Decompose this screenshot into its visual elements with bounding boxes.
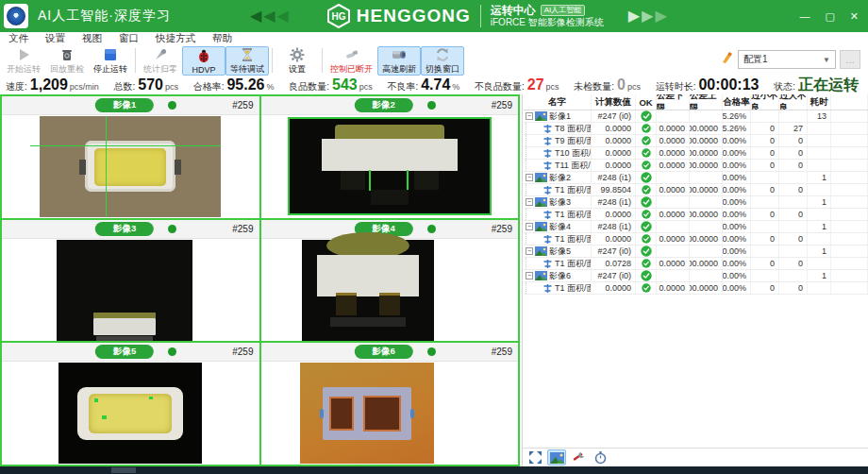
bug-icon: [196, 48, 211, 64]
sample-background: [57, 240, 192, 341]
column-header-7[interactable]: 过大不良: [779, 94, 808, 110]
cell-ok: [636, 270, 657, 281]
reflection: [330, 317, 406, 327]
table-row-measure[interactable]: T1 面积/面积99.85040.0000100.0000100.00%00: [524, 184, 868, 196]
camera-panel-2[interactable]: 影像2#259: [261, 96, 519, 218]
fit-view-icon[interactable]: [526, 449, 544, 466]
camera-label-pill[interactable]: 影像2: [355, 98, 413, 112]
brand-name: HENGGONG: [357, 6, 471, 26]
expander-icon[interactable]: −: [526, 174, 533, 181]
column-header-0[interactable]: 名字: [524, 94, 592, 110]
cell-lower: 0.0000: [657, 184, 690, 195]
table-row-measure[interactable]: T9 面积/面积0.00000.00001,000.0000100.00%00: [524, 135, 868, 147]
table-row-image[interactable]: −影像6#247 (i0)100.00%1: [524, 270, 868, 282]
toolbar-button-disconnect[interactable]: 控制已断开: [326, 46, 377, 76]
tree-indent: [526, 209, 541, 220]
expander-icon[interactable]: −: [526, 223, 533, 230]
toolbar-button-reset[interactable]: 统计归零: [139, 46, 182, 76]
menu-item-5[interactable]: 帮助: [204, 32, 241, 45]
camera-panel-1[interactable]: 影像1#259: [2, 96, 259, 218]
cell-spacer: [831, 172, 868, 183]
ok-check-icon: [642, 210, 651, 219]
sample-background: [302, 240, 434, 341]
table-row-measure[interactable]: T1 面积/面积0.00000.0000100.0000100.00%00: [524, 233, 868, 245]
stat-value: 27: [527, 76, 544, 93]
column-header-3[interactable]: 公差下限: [657, 94, 690, 110]
toolbar-button-gear[interactable]: 设置: [275, 46, 319, 76]
row-name-label: T8 面积/面积: [555, 123, 592, 134]
table-row-measure[interactable]: T1 面积/面积0.07280.0000100.0000100.00%00: [524, 258, 868, 270]
toolbar-button-trash[interactable]: 回放重检: [45, 46, 89, 76]
stopwatch-icon[interactable]: [591, 449, 609, 466]
cell-time: [808, 135, 831, 146]
sample-background: [300, 363, 434, 464]
camera-panel-4[interactable]: 影像4#259: [261, 220, 519, 342]
column-header-4[interactable]: 公差上限: [690, 94, 723, 110]
toolbar-button-stop[interactable]: 停止运转: [89, 46, 132, 76]
expander-icon[interactable]: −: [526, 198, 533, 206]
camera-label-pill[interactable]: 影像1: [95, 98, 154, 112]
pad-left: [329, 397, 354, 431]
cell-name: −影像6: [524, 270, 592, 281]
camera-panel-6[interactable]: 影像6#259: [261, 343, 519, 465]
table-row-measure[interactable]: T1 面积/面积0.00000.0000100.0000100.00%00: [524, 209, 868, 221]
toolbar-button-camera[interactable]: 高速刷新: [377, 46, 421, 76]
toolbar-button-bug[interactable]: HDVP: [182, 46, 225, 76]
cell-value: 0.0000: [592, 209, 636, 220]
camera-label-pill[interactable]: 影像3: [95, 222, 154, 236]
expander-icon[interactable]: −: [526, 272, 533, 279]
toolbar-button-play[interactable]: 开始运转: [2, 46, 45, 76]
profile-select-value: 配置1: [743, 53, 768, 66]
cell-value: #247 (i0): [592, 245, 636, 257]
menu-item-3[interactable]: 窗口: [110, 32, 147, 45]
image-display-icon[interactable]: [547, 449, 566, 466]
camera-panel-5[interactable]: 影像5#259: [2, 343, 259, 465]
column-header-5[interactable]: 合格率: [723, 94, 751, 110]
lead-left: [336, 293, 357, 315]
toolbar-button-label: 高速刷新: [382, 63, 416, 76]
table-row-image[interactable]: −影像3#248 (i1)100.00%1: [524, 196, 868, 209]
cell-small: [751, 221, 779, 232]
camera-label-pill[interactable]: 影像6: [355, 345, 413, 359]
menu-item-0[interactable]: 文件: [0, 32, 37, 45]
cell-spacer: [831, 245, 868, 257]
table-row-image[interactable]: −影像5#247 (i0)100.00%1: [524, 245, 868, 258]
camera-image: [261, 363, 519, 465]
cell-big: [779, 172, 808, 183]
table-row-image[interactable]: −影像2#248 (i1)100.00%1: [524, 172, 868, 184]
toolbar-button-hourglass[interactable]: 等待调试: [225, 46, 269, 76]
table-row-image[interactable]: −影像1#247 (i0)95.26%13: [524, 110, 868, 123]
minimize-button[interactable]: —: [799, 10, 810, 23]
table-row-measure[interactable]: T1 面积/面积0.00000.0000100.0000100.00%00: [524, 282, 868, 295]
close-button[interactable]: ✕: [850, 10, 859, 23]
profile-more-button[interactable]: …: [840, 50, 860, 69]
table-row-image[interactable]: −影像4#248 (i1)100.00%1: [524, 221, 868, 233]
menu-item-4[interactable]: 快捷方式: [147, 32, 204, 45]
column-header-8[interactable]: 耗时: [808, 94, 831, 110]
maximize-button[interactable]: ▢: [825, 10, 834, 23]
column-header-2[interactable]: OK: [636, 94, 657, 110]
menu-item-2[interactable]: 视图: [74, 32, 110, 45]
column-header-6[interactable]: 过小不良: [751, 94, 779, 110]
column-header-1[interactable]: 计算数值: [592, 94, 636, 110]
expander-icon[interactable]: −: [526, 247, 533, 255]
table-row-measure[interactable]: T10 面积/面积0.00000.0000300.0000100.00%00: [524, 147, 868, 160]
table-row-measure[interactable]: T8 面积/面积0.00000.0000,000.000095.26%027: [524, 123, 868, 135]
cell-rate: 100.00%: [723, 147, 751, 159]
camera-panel-3[interactable]: 影像3#259: [2, 220, 259, 342]
caliper-icon: [542, 136, 553, 146]
sample-background: [288, 117, 492, 215]
table-row-measure[interactable]: T11 面积/面积0.00000.0000200.0000100.00%00: [524, 160, 868, 172]
camera-label-pill[interactable]: 影像5: [95, 345, 154, 359]
right-arrows-icon: ▶▶▶: [628, 8, 667, 24]
cell-time: [808, 184, 831, 195]
expander-icon[interactable]: −: [526, 112, 533, 120]
menu-item-1[interactable]: 设置: [37, 32, 74, 45]
cell-rate: 100.00%: [723, 258, 751, 269]
cell-lower: 0.0000: [657, 258, 690, 269]
tools-icon[interactable]: [569, 449, 588, 466]
toolbar-button-switch[interactable]: 切换窗口: [421, 46, 464, 76]
tree-indent: [526, 233, 541, 245]
cell-name: −影像3: [524, 196, 592, 208]
profile-select[interactable]: 配置1 ▼: [738, 50, 836, 69]
